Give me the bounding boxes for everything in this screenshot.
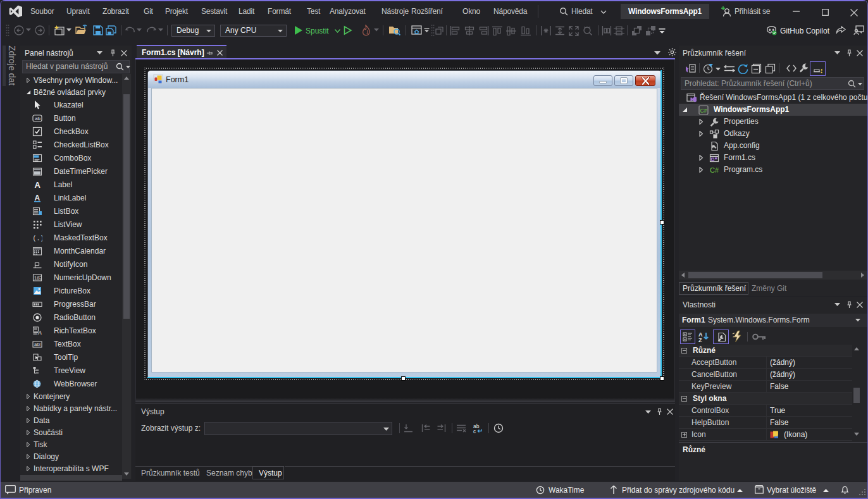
svg-text:A: A	[35, 194, 40, 202]
svg-text:18: 18	[34, 275, 39, 281]
svg-text:C#: C#	[710, 166, 719, 174]
svg-text:C#: C#	[700, 108, 707, 114]
svg-text:Z: Z	[698, 337, 702, 343]
svg-text:A: A	[35, 180, 41, 190]
svg-text:A: A	[37, 330, 42, 336]
svg-text:(.).: (.).	[33, 235, 43, 242]
svg-text:abl: abl	[34, 342, 40, 347]
svg-text:ab: ab	[35, 116, 40, 121]
